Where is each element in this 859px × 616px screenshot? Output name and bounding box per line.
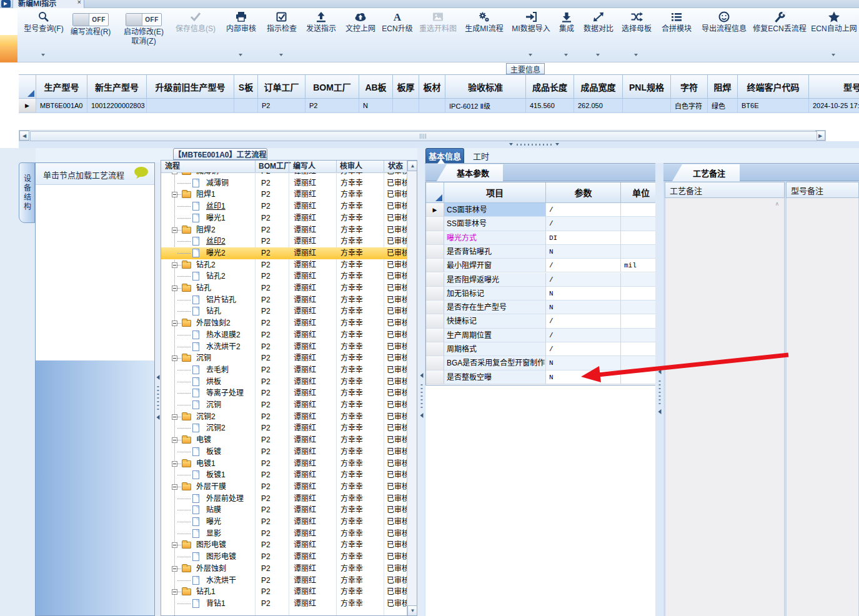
select-all-icon[interactable] [27, 90, 34, 97]
table-column-header[interactable]: 成品长度 [526, 75, 574, 99]
param-value[interactable]: N [546, 287, 621, 301]
scroll-down-button[interactable]: ▼ [407, 605, 417, 616]
param-value[interactable]: N [546, 245, 621, 259]
tree-row[interactable]: 图形电镀P2谭丽红方幸幸已审核 [161, 551, 407, 563]
scroll-left-button[interactable]: ◀ [19, 131, 29, 141]
tree-row[interactable]: 沉铜P2谭丽红方幸幸已审核 [161, 399, 407, 411]
splitter-grip[interactable] [420, 373, 423, 418]
table-cell[interactable]: ▶ [19, 99, 36, 113]
table-cell[interactable]: 白色字符 [671, 99, 708, 113]
param-value[interactable]: / [546, 217, 621, 231]
tree-row[interactable]: 钻孔2P2谭丽红方幸幸已审核 [161, 259, 407, 271]
table-cell[interactable] [147, 99, 234, 113]
table-column-header[interactable]: 成品宽度 [574, 75, 623, 99]
param-value[interactable]: / [546, 342, 621, 356]
chevron-down-icon[interactable] [634, 54, 638, 56]
toolbar-button[interactable]: 数据对比 [579, 9, 618, 61]
table-column-header[interactable]: 板材 [419, 75, 445, 99]
param-row-selector[interactable] [426, 329, 444, 342]
tree-row[interactable]: 外层前处理P2谭丽红方幸幸已审核 [161, 493, 407, 505]
collapse-box-icon[interactable] [172, 320, 177, 326]
tree-row[interactable]: 沉铜P2谭丽红方幸幸已审核 [161, 352, 407, 364]
toolbar-button[interactable]: 集成 [555, 9, 578, 61]
model-notes-body[interactable] [786, 198, 859, 616]
document-tab[interactable]: 新编MI指示 [12, 0, 84, 8]
left-vertical-splitter[interactable] [155, 162, 161, 616]
splitter-grip[interactable] [658, 369, 661, 414]
table-column-header[interactable]: PNL规格 [623, 75, 671, 99]
tree-row[interactable]: 贴膜P2谭丽红方幸幸已审核 [161, 504, 407, 516]
tab-basic-params[interactable]: 基本参数 [437, 164, 503, 181]
table-column-header[interactable]: 阻焊 [708, 75, 738, 99]
toolbar-button[interactable]: 导出流程信息 [698, 9, 750, 61]
param-item-label[interactable]: 是否存在生产型号 [444, 301, 546, 314]
table-column-header[interactable]: 终端客户代码 [738, 75, 809, 99]
tree-row[interactable]: 钻孔2P2谭丽红方幸幸已审核 [161, 271, 407, 282]
chevron-down-icon[interactable] [41, 54, 45, 56]
toolbar-button[interactable]: 型号查询(F) [22, 9, 65, 61]
toolbar-button[interactable]: OFF启动修改(E)取消(Z) [120, 9, 167, 61]
param-item-label[interactable]: 是否背钻曝孔 [444, 245, 546, 259]
param-item-label[interactable]: 曝光方式 [444, 231, 546, 245]
tree-row[interactable]: 电镀P2谭丽红方幸幸已审核 [161, 434, 407, 446]
table-column-header[interactable] [19, 75, 36, 99]
chevron-down-icon[interactable] [564, 54, 568, 56]
table-cell[interactable]: 绿色 [708, 99, 738, 113]
chevron-down-icon[interactable] [529, 54, 532, 56]
param-unit[interactable]: mil [621, 259, 660, 272]
collapse-box-icon[interactable] [172, 172, 177, 174]
tree-row[interactable]: 水洗烘干P2谭丽红方幸幸已审核 [161, 575, 407, 587]
param-value[interactable]: N [546, 370, 621, 384]
scroll-up-button[interactable]: ▲ [407, 161, 417, 171]
table-column-header[interactable]: 验收标准 [445, 75, 526, 99]
param-unit[interactable] [621, 329, 660, 342]
tree-row[interactable]: 外层蚀刻P2谭丽红方幸幸已审核 [161, 563, 407, 575]
param-item-label[interactable]: 是否阻焊返曝光 [444, 273, 546, 287]
tree-row[interactable]: 钻孔P2谭丽红方幸幸已审核 [161, 282, 407, 294]
tree-row[interactable]: 钻孔P2谭丽红方幸幸已审核 [161, 306, 407, 317]
param-row-selector[interactable] [426, 342, 444, 356]
table-column-header[interactable]: 型号创建时间 [809, 75, 859, 99]
tree-row[interactable]: 电镀1P2谭丽红方幸幸已审核 [161, 458, 407, 470]
param-item-label[interactable]: 加无铅标记 [444, 287, 546, 301]
scroll-up-icon[interactable]: ∧ [775, 201, 779, 207]
tree-row[interactable]: 丝印1P2谭丽红方幸幸已审核 [161, 201, 407, 212]
toggle-switch[interactable]: OFF [72, 13, 109, 26]
param-item-label[interactable]: 生产周期位置 [444, 329, 546, 342]
table-column-header[interactable]: 生产型号 [36, 75, 87, 99]
chevron-down-icon[interactable] [239, 54, 242, 56]
table-column-header[interactable]: 新生产型号 [87, 75, 147, 99]
tree-row[interactable]: 背钻1P2谭丽红方幸幸已审核 [161, 598, 407, 610]
horizontal-splitter[interactable] [19, 141, 859, 148]
param-unit[interactable] [621, 342, 660, 356]
collapse-box-icon[interactable] [172, 484, 177, 490]
toolbar-button[interactable]: 发送指示 [302, 9, 340, 61]
param-unit[interactable] [621, 301, 660, 314]
param-value[interactable]: / [546, 273, 621, 287]
param-value[interactable]: / [546, 329, 621, 342]
tree-row[interactable]: 外层干膜P2谭丽红方幸幸已审核 [161, 481, 407, 493]
tree-row[interactable]: 显影P2谭丽红方幸幸已审核 [161, 528, 407, 540]
table-cell[interactable]: P2 [305, 99, 359, 113]
param-value[interactable]: / [546, 259, 621, 272]
collapse-box-icon[interactable] [172, 286, 177, 291]
param-row-selector[interactable] [426, 259, 444, 272]
table-column-header[interactable]: AB板 [359, 75, 393, 99]
tree-row[interactable]: 外层蚀刻2P2谭丽红方幸幸已审核 [161, 317, 407, 329]
table-column-header[interactable]: 订单工厂 [258, 75, 305, 99]
param-item-label[interactable]: SS面菲林号 [444, 217, 546, 231]
param-row-selector[interactable] [426, 301, 444, 314]
tree-row[interactable]: 阻焊1P2谭丽红方幸幸已审核 [161, 189, 407, 201]
toolbar-button[interactable]: AECN升级 [380, 9, 414, 61]
toolbar-button[interactable]: 合拼模块 [657, 9, 697, 61]
select-all-icon[interactable] [435, 194, 442, 201]
table-column-header[interactable]: 字符 [671, 75, 708, 99]
toolbar-button[interactable]: 指示检查 [262, 9, 301, 61]
tree-row[interactable]: 曝光1P2谭丽红方幸幸已审核 [161, 212, 407, 224]
sidebar-tab-device-structure[interactable]: 设备结构 [19, 162, 35, 223]
tree-row[interactable]: 沉铜2P2谭丽红方幸幸已审核 [161, 422, 407, 434]
table-column-header[interactable]: S板 [234, 75, 258, 99]
table-cell[interactable]: 415.560 [526, 99, 574, 113]
param-value[interactable]: N [546, 356, 621, 370]
toolbar-button[interactable]: MI数据导入 [508, 9, 554, 61]
